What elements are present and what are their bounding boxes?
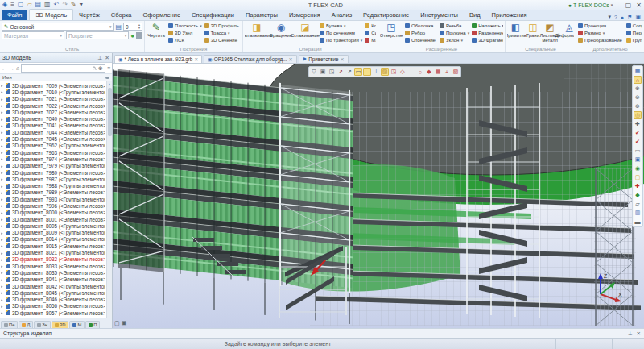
- advanced-command[interactable]: Разделение▾: [472, 30, 503, 36]
- view-tool-icon[interactable]: ◆: [634, 191, 642, 199]
- operation-command[interactable]: Копия: [365, 23, 376, 29]
- tree-item[interactable]: ▸ 3D фрагмент_7980 (<Элементы лесов>Спо.…: [1, 169, 105, 176]
- panel-tab[interactable]: М: [69, 321, 85, 328]
- expander-icon[interactable]: ▸: [1, 184, 4, 189]
- hole-button[interactable]: ◳ Отверстие: [380, 22, 402, 46]
- operation-big-button[interactable]: ◪Сглаживание: [293, 22, 317, 46]
- ribbon-tab[interactable]: Оформление: [138, 10, 187, 20]
- viewport-tool-icon[interactable]: ▧: [452, 68, 460, 76]
- tree-item[interactable]: ▸ 3D фрагмент_7963 (<Элементы лесов>Тра.…: [1, 149, 105, 156]
- 3d-scene[interactable]: [113, 64, 644, 328]
- panel-tab[interactable]: Пе: [1, 321, 18, 328]
- construction-command[interactable]: ЛСК: [168, 37, 202, 44]
- name-column-header[interactable]: Имя: [2, 75, 12, 80]
- structure-close-icon[interactable]: ✕: [637, 330, 641, 337]
- tree-item[interactable]: ▸ 3D фрагмент_7979 (<Группы элементов>..…: [1, 163, 105, 169]
- qat-icon[interactable]: ↷: [62, 2, 68, 8]
- advanced-command[interactable]: Ребро: [405, 30, 437, 36]
- view-tool-icon[interactable]: ▬: [634, 218, 642, 226]
- expander-icon[interactable]: ▸: [1, 290, 4, 295]
- viewport-tool-icon[interactable]: +: [443, 68, 451, 76]
- ribbon-utility-icon[interactable]: ⚑: [627, 14, 632, 20]
- 3d-viewport[interactable]: ▽▣◳↗↗▭–⊥▨◳◇∙○◆▦+▧ ▦∩⊕⊖⊛◎✚✔✔▭▣◉▢✚◆▱▥▬ Z X: [113, 64, 644, 328]
- qat-icon[interactable]: ≡: [10, 2, 14, 8]
- tree-item[interactable]: ▸ 3D фрагмент_7009 (<Элементы лесов>Спо.…: [1, 82, 105, 89]
- viewport-tool-icon[interactable]: ↗: [345, 68, 353, 76]
- tree-forward-button[interactable]: →: [9, 65, 14, 71]
- operation-command[interactable]: По сечениям: [320, 30, 362, 36]
- expander-icon[interactable]: ▸: [1, 270, 4, 275]
- advanced-command[interactable]: Уклон▾: [440, 37, 469, 44]
- expander-icon[interactable]: ▸: [1, 89, 4, 94]
- tree-item[interactable]: ▸ 3D фрагмент_8056 (<Элементы лесов>Спо.…: [1, 303, 105, 310]
- ribbon-tab[interactable]: Измерения: [283, 10, 326, 20]
- operation-command[interactable]: Массив▾: [365, 37, 376, 44]
- tree-item[interactable]: ▸ 3D фрагмент_7022 (<Элементы лесов>Спо.…: [1, 102, 105, 109]
- viewport-tool-icon[interactable]: ○: [416, 68, 424, 76]
- extra-command[interactable]: Проекция: [578, 23, 624, 29]
- expander-icon[interactable]: ▸: [1, 217, 4, 222]
- tree-item[interactable]: ▸ 3D фрагмент_8062 (<Группы элементов>..…: [1, 316, 105, 318]
- tree-item[interactable]: ▸ 3D фрагмент_8005 (<Группы элементов>..…: [1, 222, 105, 229]
- ribbon-tab[interactable]: Редактирование: [357, 10, 415, 20]
- tree-item[interactable]: ▸ 3D фрагмент_8035 (<Элементы лесов>Спо.…: [1, 269, 105, 276]
- expander-icon[interactable]: ▸: [1, 243, 4, 248]
- tree-item[interactable]: ▸ 3D фрагмент_7041 (<Элементы лесов>Спо.…: [1, 123, 105, 129]
- advanced-command[interactable]: Пружина▾: [440, 30, 469, 36]
- style-sheet-icon[interactable]: ▤: [115, 23, 122, 31]
- expander-icon[interactable]: ▸: [1, 117, 4, 122]
- document-close-icon[interactable]: ✕: [341, 56, 345, 62]
- construction-command[interactable]: Трасса▾: [204, 30, 241, 36]
- qat-icon[interactable]: ▢: [18, 2, 24, 8]
- ribbon-utility-icon[interactable]: ▾: [608, 14, 611, 20]
- qat-icon[interactable]: ✎: [71, 2, 76, 8]
- ribbon-tab[interactable]: 3D Модель: [29, 9, 73, 20]
- t-flex-docs-button[interactable]: ● T-FLEX DOCs ▾: [568, 2, 613, 8]
- ribbon-tab[interactable]: Файл: [2, 10, 27, 20]
- color-swatch-icon[interactable]: [136, 32, 142, 39]
- ribbon-utility-icon[interactable]: ?: [614, 15, 617, 20]
- tree-back-button[interactable]: ←: [2, 65, 7, 71]
- extra-command[interactable]: Размер▾: [578, 30, 624, 36]
- layout-icon[interactable]: ▣: [122, 320, 127, 326]
- view-tool-icon[interactable]: ◎: [634, 111, 642, 119]
- tree-item[interactable]: ▸ 3D фрагмент_8045 (<Группы элементов>..…: [1, 289, 105, 296]
- style-select[interactable]: ✎ Основной ▾: [2, 23, 114, 31]
- viewport-tool-icon[interactable]: ↗: [336, 68, 345, 76]
- expander-icon[interactable]: ▸: [1, 123, 4, 128]
- view-tool-icon[interactable]: ✔: [634, 138, 642, 146]
- expander-icon[interactable]: ▸: [1, 103, 4, 108]
- ribbon-tab[interactable]: Приложения: [486, 10, 533, 20]
- construction-command[interactable]: 3D Узел: [168, 30, 202, 36]
- viewport-tool-icon[interactable]: ⊥: [372, 68, 380, 76]
- operation-big-button[interactable]: ◨Выталкивание: [245, 22, 269, 46]
- view-tool-icon[interactable]: ⊕: [634, 85, 642, 93]
- view-tool-icon[interactable]: ⊛: [634, 102, 642, 110]
- ribbon-tab[interactable]: Чертёж: [73, 10, 105, 20]
- document-tab[interactable]: ◉ ОР1965 Стеллаж для оборуд... ✕: [204, 55, 296, 63]
- tree-item[interactable]: ▸ 3D фрагмент_8015 (<Элементы лесов>Спо.…: [1, 243, 105, 249]
- extra-command[interactable]: Группы: [626, 37, 642, 44]
- material-select[interactable]: Материал ▾: [2, 31, 64, 39]
- tree-item[interactable]: ▸ 3D фрагмент_7989 (<Элементы лесов>Спо.…: [1, 189, 105, 196]
- expander-icon[interactable]: ▸: [1, 164, 4, 168]
- coating-select[interactable]: Покрытие ▾: [66, 31, 129, 39]
- search-input[interactable]: [23, 65, 91, 72]
- viewport-tool-icon[interactable]: ▽: [310, 68, 318, 76]
- draw-button[interactable]: ✎ Чертить: [147, 22, 166, 46]
- tree-scrollbar[interactable]: ▴: [106, 81, 112, 318]
- expander-icon[interactable]: ▸: [1, 177, 4, 181]
- expander-icon[interactable]: ▸: [1, 97, 4, 102]
- expander-icon[interactable]: ▸: [1, 251, 4, 256]
- expander-icon[interactable]: ▸: [1, 150, 4, 155]
- construction-command[interactable]: 3D Профиль: [204, 23, 241, 29]
- viewport-tool-icon[interactable]: ◳: [328, 68, 336, 76]
- advanced-command[interactable]: Наложить материал: [472, 23, 503, 29]
- panel-tab[interactable]: Зн: [34, 321, 51, 328]
- expander-icon[interactable]: ▸: [1, 237, 4, 242]
- search-settings-icon[interactable]: ⊕: [98, 65, 103, 72]
- ribbon-utility-icon[interactable]: ●: [621, 15, 624, 20]
- expander-icon[interactable]: ▸: [1, 143, 4, 148]
- tree-item[interactable]: ▸ 3D фрагмент_7040 (<Элементы лесов>Спо.…: [1, 115, 105, 122]
- view-tool-icon[interactable]: ▦: [634, 67, 642, 75]
